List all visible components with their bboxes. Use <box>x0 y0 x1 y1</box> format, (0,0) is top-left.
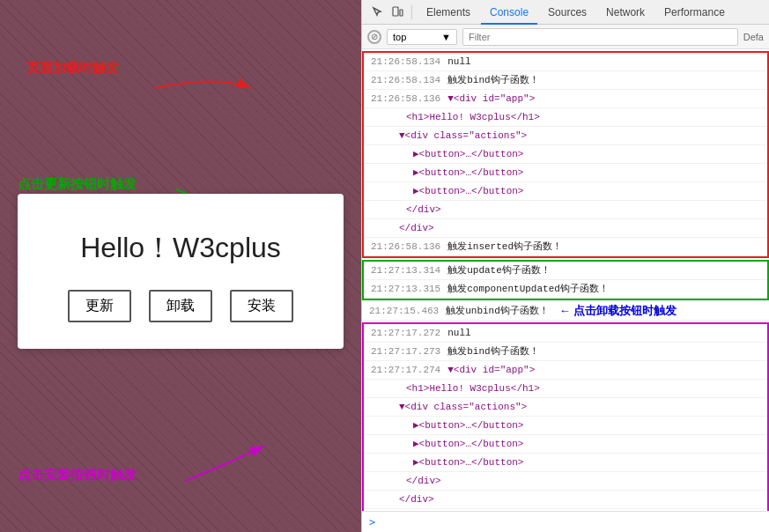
tab-performance[interactable]: Performance <box>655 0 734 25</box>
left-panel: 页面加载时触发 点击更新按钮时触发 点击安装按钮时触发 Hello！W3 <box>0 0 361 532</box>
annotation-magenta: 点击安装按钮时触发 <box>18 467 137 484</box>
console-line: </div> <box>364 219 767 238</box>
tab-network[interactable]: Network <box>597 0 654 25</box>
console-line: 21:26:58.134 null <box>364 53 767 71</box>
console-input-row: > <box>362 511 769 532</box>
console-line: ▶<button>…</button> <box>364 145 767 164</box>
default-label: Defa <box>743 32 764 42</box>
update-button[interactable]: 更新 <box>68 290 131 322</box>
console-line: ▶<button>…</button> <box>364 435 767 454</box>
console-line: 21:27:17.274 ▼<div id="app"> <box>364 361 767 380</box>
console-line: </div> <box>364 491 767 509</box>
console-line: 21:27:13.314 触发update钩子函数！ <box>364 262 767 280</box>
console-output[interactable]: 21:26:58.134 null 21:26:58.134 触发bind钩子函… <box>362 49 769 511</box>
annotation-green: 点击更新按钮时触发 <box>18 176 137 193</box>
console-line: <h1>Hello! W3cplus</h1> <box>364 380 767 398</box>
console-line: ▶<button>…</button> <box>364 417 767 435</box>
console-input[interactable] <box>381 516 762 528</box>
toolbar-separator <box>411 5 412 19</box>
app-card: Hello！W3cplus 更新 卸载 安装 <box>18 194 344 349</box>
console-line: ▶<button>…</button> <box>364 454 767 472</box>
app-title: Hello！W3cplus <box>44 229 317 268</box>
green-section: 21:27:13.314 触发update钩子函数！ 21:27:13.315 … <box>362 260 769 300</box>
devtools-panel: Elements Console Sources Network Perform… <box>361 0 769 532</box>
console-line: 21:26:58.134 触发bind钩子函数！ <box>364 71 767 90</box>
console-line: ▶<button>…</button> <box>364 182 767 201</box>
console-toolbar: ⊘ top ▼ Defa <box>362 25 769 49</box>
context-select[interactable]: top ▼ <box>387 29 457 45</box>
console-line-unload: 21:27:15.463 触发unbind钩子函数！ ← 点击卸载按钮时触发 <box>362 302 769 321</box>
console-line: 21:27:17.273 触发bind钩子函数！ <box>364 343 767 361</box>
console-line: 21:26:58.136 触发inserted钩子函数！ <box>364 238 767 256</box>
console-line: ▼<div class="actions"> <box>364 127 767 145</box>
tab-elements[interactable]: Elements <box>418 0 479 25</box>
console-line: ▼<div class="actions"> <box>364 398 767 417</box>
arrow-red-icon <box>137 66 260 110</box>
console-line: 21:27:13.315 触发componentUpdated钩子函数！ <box>364 280 767 299</box>
context-value: top <box>393 32 406 42</box>
console-line: <h1>Hello! W3cplus</h1> <box>364 108 767 127</box>
uninstall-button[interactable]: 卸载 <box>149 290 212 322</box>
tab-sources[interactable]: Sources <box>539 0 595 25</box>
tab-console[interactable]: Console <box>481 0 537 25</box>
clear-console-icon[interactable]: ⊘ <box>367 30 381 44</box>
unload-line-container: 21:27:15.463 触发unbind钩子函数！ ← 点击卸载按钮时触发 <box>362 302 769 321</box>
install-button[interactable]: 安装 <box>230 290 293 322</box>
device-icon[interactable] <box>388 4 406 21</box>
magenta-section: 21:27:17.272 null 21:27:17.273 触发bind钩子函… <box>362 322 769 511</box>
red-section: 21:26:58.134 null 21:26:58.134 触发bind钩子函… <box>362 51 769 258</box>
arrow-magenta-icon <box>172 437 269 490</box>
button-row: 更新 卸载 安装 <box>44 290 317 322</box>
svg-rect-3 <box>393 7 398 16</box>
prompt-icon: > <box>369 516 375 528</box>
annotation-unload: ← 点击卸载按钮时触发 <box>559 304 677 318</box>
filter-input[interactable] <box>462 28 738 46</box>
console-line: 21:27:17.272 null <box>364 324 767 343</box>
svg-rect-4 <box>400 10 403 16</box>
console-line: </div> <box>364 201 767 219</box>
devtools-toolbar: Elements Console Sources Network Perform… <box>362 0 769 25</box>
annotation-red: 页面加载时触发 <box>26 60 119 77</box>
console-line: 21:26:58.136 ▼<div id="app"> <box>364 90 767 108</box>
console-line: ▶<button>…</button> <box>364 164 767 182</box>
console-line: </div> <box>364 472 767 491</box>
inspect-icon[interactable] <box>369 4 387 21</box>
dropdown-arrow-icon: ▼ <box>441 32 451 42</box>
